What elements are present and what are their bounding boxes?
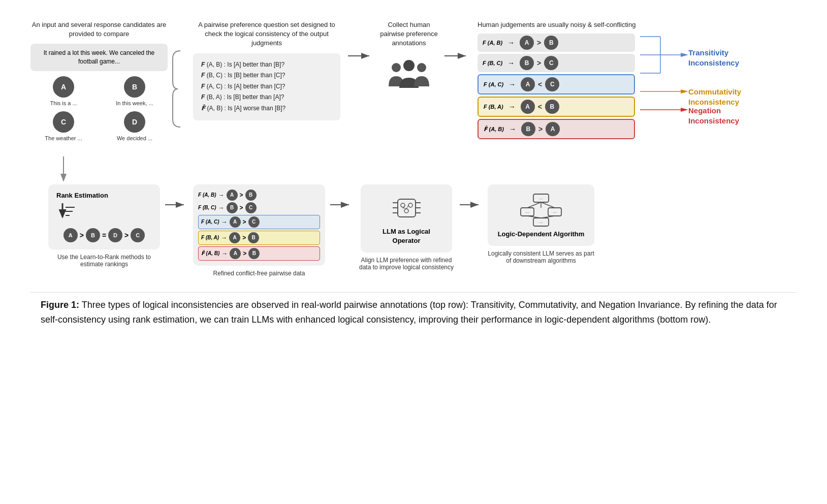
circle-C2: C [544, 56, 558, 70]
candidate-label-A: This is a ... [50, 100, 77, 106]
circle-B1: B [544, 36, 558, 50]
commutativity-label: CommutativityInconsistency [688, 87, 741, 107]
ref-cA5: A [230, 248, 241, 259]
ref-row-5: F̄ (A, B) → A > B [198, 246, 320, 261]
bottom-arrow-1 [163, 200, 190, 210]
candidate-label-D: We decided ... [117, 135, 152, 141]
ref-f3: F (A, C) [201, 219, 219, 225]
rel-1: > [537, 39, 541, 47]
human-group-icon [376, 58, 442, 96]
arrow-formula-3: → [508, 80, 516, 88]
candidate-circle-B: B [124, 76, 145, 98]
svg-point-4 [417, 63, 426, 72]
candidate-A: A This is a ... [30, 76, 97, 106]
ref-f2: F (B, C) [198, 205, 216, 210]
logic-label: Logically consistent LLM serves as part … [485, 250, 597, 264]
ref-cC3: C [248, 216, 260, 228]
ref-rel1: > [240, 192, 243, 199]
col1-header: An input and several response candidates… [30, 20, 168, 39]
vertical-arrow-container [30, 156, 97, 182]
svg-marker-14 [681, 89, 688, 93]
rc-eq: = [102, 231, 106, 239]
rank-title: Rank Estimation [56, 192, 152, 199]
col-humans: Collect human pairwise preference annota… [376, 20, 442, 96]
circle-B2: B [520, 56, 534, 70]
circle-B5: B [521, 122, 535, 136]
formula-5: F̄ (A, B) [484, 126, 504, 133]
ref-row-4: F (B, A) → A > B [198, 231, 320, 245]
ref-row-2: F (B, C) → B > C [198, 202, 320, 213]
rel-2: > [537, 59, 541, 67]
arrow-formula-5: → [509, 125, 516, 133]
refined-label: Refined conflict-free pairwise data [213, 270, 305, 277]
ref-rel5: > [243, 250, 246, 257]
ref-cC2: C [245, 202, 257, 213]
question-2: F (B, C) : Is [B] better than [C]? [201, 70, 332, 81]
rel-4: < [538, 103, 542, 111]
arrow-2 [442, 51, 472, 61]
ref-cB4: B [248, 232, 259, 243]
negation-label: NegationInconsistency [688, 106, 739, 125]
ref-rel4: > [242, 234, 246, 241]
incon-rows: F (A, B) → A > B F (B, C) → B > C [478, 34, 635, 139]
question-4: F (B, A) : Is [B] better than [A]? [201, 92, 332, 103]
svg-line-40 [406, 205, 408, 209]
ref-arr5: → [221, 250, 228, 257]
curly-brace [168, 48, 188, 130]
circle-A4: A [521, 100, 535, 114]
llm-label: Align LLM preference with refined data t… [356, 257, 457, 271]
rank-estimation-box: Rank Estimation A > B = [46, 184, 163, 268]
ref-rel2: > [240, 204, 243, 211]
formula-2: F (B, C) [483, 60, 502, 66]
ref-f4: F (B, A) [201, 235, 219, 240]
figure-caption: Figure 1: Three types of logical inconsi… [30, 292, 797, 332]
ref-cA3: A [230, 216, 241, 228]
svg-marker-16 [681, 108, 688, 112]
incon-row-3: F (A, C) → A < C [478, 74, 635, 94]
ref-arr3: → [221, 218, 228, 226]
vertical-arrow-section [30, 156, 797, 182]
logic-icon: ··· ··· ··· ··· [496, 192, 586, 227]
circle-A3: A [521, 77, 535, 91]
llm-icon [369, 192, 444, 225]
arrow-formula-4: → [508, 103, 516, 111]
ref-arr4: → [221, 234, 227, 241]
rc-gt1: > [80, 231, 84, 239]
col-inconsistency: Human judgements are usually noisy & sel… [472, 20, 797, 139]
rc-C: C [131, 228, 145, 242]
svg-text:···: ··· [539, 220, 543, 225]
bottom-section: Rank Estimation A > B = [30, 184, 797, 277]
incon-row-5: F̄ (A, B) → B > A [478, 119, 635, 139]
col-questions: A pairwise preference question set desig… [188, 20, 345, 120]
main-container: An input and several response candidates… [10, 10, 817, 342]
ref-arr2: → [218, 204, 225, 211]
top-row: An input and several response candidates… [30, 20, 797, 141]
ref-cB2: B [227, 202, 238, 213]
svg-text:···: ··· [525, 210, 529, 215]
rc-D: D [108, 228, 122, 242]
circle-C3: C [545, 77, 559, 91]
incon-container: F (A, B) → A > B F (B, C) → B > C [478, 34, 797, 139]
ref-f1: F (A, B) [198, 192, 216, 198]
formula-3: F (A, C) [484, 81, 503, 87]
refined-box: F (A, B) → A > B F (B, C) → B > C F (A, … [190, 184, 328, 277]
circle-A1: A [520, 36, 534, 50]
questions-box: F (A, B) : Is [A] better than [B]? F (B,… [193, 53, 340, 120]
logic-box-inner: ··· ··· ··· ··· [488, 184, 594, 246]
rel-3: < [538, 80, 542, 88]
svg-line-53 [541, 202, 555, 208]
arrow-1 [345, 51, 376, 61]
rel-5: > [538, 125, 543, 133]
rank-label: Use the Learn-to-Rank methods to estimat… [48, 254, 160, 268]
candidate-circle-D: D [124, 111, 145, 133]
candidate-C: C The weather ... [30, 111, 97, 141]
rank-box-inner: Rank Estimation A > B = [48, 184, 160, 249]
incon-row-4: F (B, A) → A < B [478, 97, 635, 117]
incon-row-2: F (B, C) → B > C [478, 54, 635, 72]
candidate-B: B In this week, ... [102, 76, 168, 106]
svg-text:···: ··· [553, 210, 557, 215]
input-text-box: It rained a lot this week. We canceled t… [30, 44, 168, 71]
candidate-label-B: In this week, ... [116, 100, 153, 106]
candidate-circle-A: A [53, 76, 74, 98]
transitivity-label: TransitivityInconsistency [688, 48, 739, 68]
